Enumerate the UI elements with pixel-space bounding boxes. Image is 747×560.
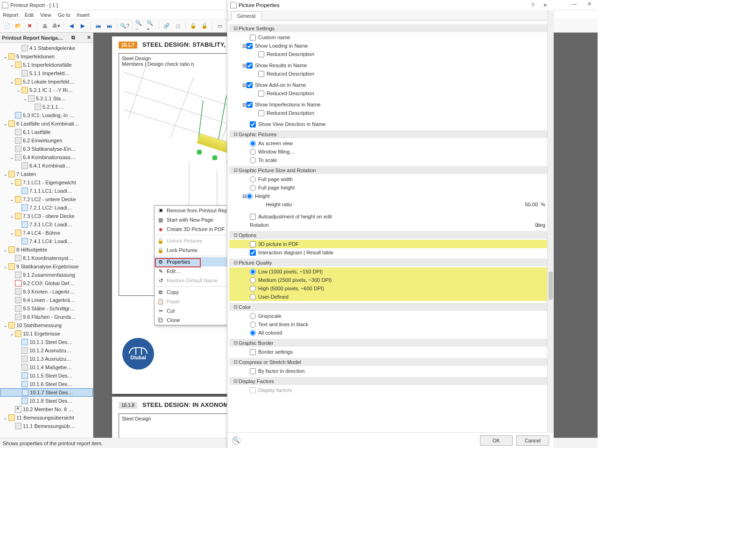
tree-item[interactable]: 6.2 Einwirkungen: [0, 136, 93, 145]
menu-view[interactable]: View: [40, 12, 51, 18]
cb-reduced-3[interactable]: [258, 91, 264, 97]
cb-show-imperfections[interactable]: [247, 102, 253, 108]
tree-item[interactable]: 9.3 Knoten - Lagerkr…: [0, 287, 93, 296]
tree-item[interactable]: 10.1.6 Steel Des…: [0, 380, 93, 388]
tree-item[interactable]: 6.4.1 Kombinati…: [0, 161, 93, 170]
tree-item[interactable]: ⌄6 Lastfälle und Kombinati…: [0, 119, 93, 128]
tree-item[interactable]: ⌄7.1 LC1 - Eigengewicht: [0, 178, 93, 187]
tree-item[interactable]: ⌄5 Imperfektionen: [0, 52, 93, 61]
nav-prev-icon[interactable]: ◀: [66, 21, 77, 31]
dialog-body[interactable]: ⊟Picture Settings Custom name ⊟Show Load…: [227, 21, 554, 432]
height-ratio-value[interactable]: 50.00: [525, 202, 550, 207]
tree-item[interactable]: 10.1.8 Steel Des…: [0, 397, 93, 405]
radio-as-screen-view[interactable]: [250, 140, 256, 147]
group-header-picture-quality[interactable]: ⊟Picture Quality: [229, 259, 550, 266]
navigator-float-icon[interactable]: ⧉: [71, 35, 75, 41]
dialog-scrollbar[interactable]: [547, 10, 554, 432]
tree-item[interactable]: 9.2 CO3: Global Def…: [0, 279, 93, 287]
cb-show-addon[interactable]: [247, 82, 253, 88]
tree-item[interactable]: ⌄7.4 LC4 - Bühne: [0, 229, 93, 237]
tool-open-icon[interactable]: 📂: [13, 21, 23, 31]
tree-item[interactable]: ⌄5.1 Imperfektionsfälle: [0, 61, 93, 69]
tree-item[interactable]: ⌄10 Stahlbemessung: [0, 321, 93, 329]
cb-autoadjust[interactable]: [250, 214, 256, 220]
radio-full-width[interactable]: [250, 176, 256, 182]
radio-text-black[interactable]: [250, 322, 256, 328]
tree-item[interactable]: ⌄5.2.1 IC 1 - -Y Ri…: [0, 86, 93, 94]
radio-quality-low[interactable]: [250, 269, 256, 275]
tree-item[interactable]: 9.1 Zusammenfassung: [0, 271, 93, 279]
menu-report[interactable]: Report: [3, 12, 18, 18]
radio-quality-user[interactable]: [250, 294, 256, 300]
group-header-color[interactable]: ⊟Color: [229, 303, 550, 311]
radio-height[interactable]: [247, 193, 253, 199]
group-header-options[interactable]: ⊟Options: [229, 231, 550, 239]
dialog-close-button[interactable]: ✕: [539, 2, 551, 8]
tool-lock-icon[interactable]: 🔒: [199, 21, 210, 31]
tool-selection-icon[interactable]: ▭: [215, 21, 225, 31]
cancel-button[interactable]: Cancel: [516, 435, 549, 446]
tree-item[interactable]: 10.2 Member No. 8 …: [0, 405, 93, 413]
tree-item[interactable]: 5.1.1 Imperfekti…: [0, 69, 93, 77]
cb-by-factor[interactable]: [250, 368, 256, 374]
tree-item[interactable]: 9.4 Linien - Lagerkrä…: [0, 296, 93, 304]
radio-grayscale[interactable]: [250, 313, 256, 319]
radio-all-colored[interactable]: [250, 330, 256, 336]
dialog-help-button[interactable]: ?: [527, 2, 539, 8]
navigator-tree[interactable]: 4.1 Stabendgelenke⌄5 Imperfektionen⌄5.1 …: [0, 43, 93, 438]
group-header-compress[interactable]: ⊟Compress or Stretch Model: [229, 358, 550, 366]
tab-general[interactable]: General: [231, 11, 261, 21]
group-header-graphic-border[interactable]: ⊟Graphic Border: [229, 339, 550, 347]
app-minimize-button[interactable]: —: [568, 1, 581, 7]
cb-custom-name[interactable]: [250, 35, 256, 41]
tree-item[interactable]: 9.5 Stäbe - Schnittgr…: [0, 304, 93, 313]
tree-item[interactable]: 8.1 Koordinatensyst…: [0, 254, 93, 262]
tool-new-icon[interactable]: 📄: [2, 21, 12, 31]
tree-item[interactable]: ⌄10.1 Ergebnisse: [0, 329, 93, 338]
tree-item[interactable]: 9.6 Flächen - Grunds…: [0, 313, 93, 321]
tool-print-icon[interactable]: 🖶: [40, 21, 50, 31]
cb-reduced-1[interactable]: [258, 51, 264, 57]
tree-item[interactable]: 4.1 Stabendgelenke: [0, 44, 93, 52]
ok-button[interactable]: OK: [480, 435, 513, 446]
group-header-picture-settings[interactable]: ⊟Picture Settings: [229, 24, 550, 32]
tree-item[interactable]: ⌄5.2 Lokale Imperfekt…: [0, 77, 93, 86]
tree-item[interactable]: 7.4.1 LC4: Loadi…: [0, 237, 93, 245]
nav-next-icon[interactable]: ▶: [78, 21, 88, 31]
app-close-button[interactable]: ✕: [583, 1, 596, 7]
group-header-display-factors[interactable]: ⊟Display Factors: [229, 377, 550, 385]
cb-reduced-4[interactable]: [258, 110, 264, 116]
tree-item[interactable]: ⌄7.3 LC3 - obere Decke: [0, 212, 93, 220]
tree-item[interactable]: 5.2.1.1…: [0, 103, 93, 111]
tree-item[interactable]: ⌄11 Bemessungsübersicht: [0, 413, 93, 422]
tree-item[interactable]: 7.3.1 LC3: Loadi…: [0, 220, 93, 229]
tool-unlink-icon[interactable]: ⛓: [173, 21, 183, 31]
dialog-help-icon[interactable]: 🔍: [232, 436, 240, 445]
radio-to-scale[interactable]: [250, 157, 256, 163]
menu-insert[interactable]: Insert: [77, 12, 90, 18]
radio-quality-medium[interactable]: [250, 277, 256, 283]
tree-item[interactable]: 11.1 Bemessungsüb…: [0, 422, 93, 430]
nav-last-icon[interactable]: ⏭: [104, 21, 114, 31]
tree-item[interactable]: 10.1.3 Ausnutzu…: [0, 355, 93, 363]
tree-item[interactable]: 6.1 Lastfälle: [0, 128, 93, 136]
tree-item[interactable]: ⌄5.2.1.1 Sta…: [0, 94, 93, 103]
tree-item[interactable]: 10.1.7 Steel Des…: [0, 388, 93, 397]
nav-first-icon[interactable]: ⏮: [93, 21, 103, 31]
tree-item[interactable]: 7.1.1 LC1: Loadi…: [0, 187, 93, 195]
tree-item[interactable]: ⌄8 Hilfsobjekte: [0, 245, 93, 254]
radio-window-filling[interactable]: [250, 149, 256, 155]
tree-item[interactable]: 10.1.4 Maßgebe…: [0, 363, 93, 371]
radio-full-height[interactable]: [250, 185, 256, 191]
tool-find-icon[interactable]: 🔍?: [120, 21, 130, 31]
cb-display-factors[interactable]: [250, 387, 256, 393]
cb-3d-picture-pdf[interactable]: [250, 241, 256, 247]
group-header-size-rotation[interactable]: ⊟Graphic Picture Size and Rotation: [229, 166, 550, 174]
tool-zoom-out-icon[interactable]: 🔍−: [135, 21, 145, 31]
menu-edit[interactable]: Edit: [25, 12, 34, 18]
cb-show-results[interactable]: [247, 63, 253, 69]
tree-item[interactable]: 7.2.1 LC2: Loadi…: [0, 203, 93, 212]
cb-show-view-direction[interactable]: [250, 121, 256, 127]
tool-zoom-in-icon[interactable]: 🔍+: [146, 21, 156, 31]
tree-item[interactable]: 10.1.5 Steel Des…: [0, 371, 93, 380]
